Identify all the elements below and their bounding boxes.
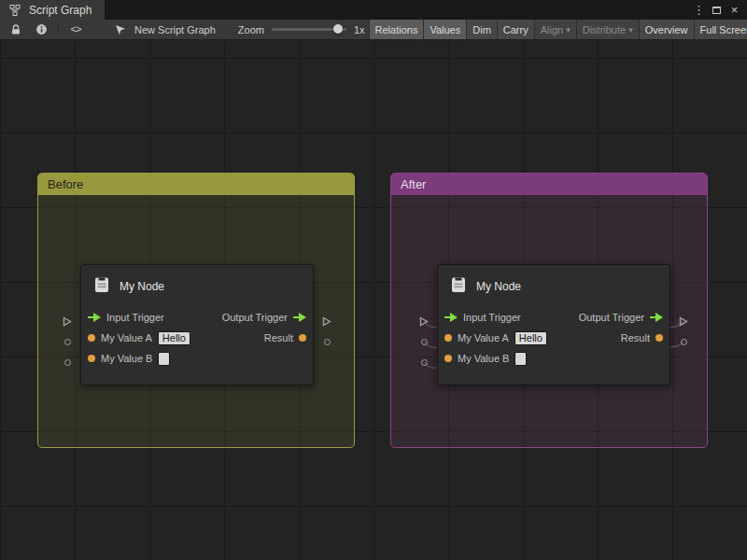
node-icon bbox=[449, 275, 468, 298]
trigger-arrow-icon[interactable] bbox=[444, 309, 458, 326]
value-b-input[interactable] bbox=[158, 352, 170, 366]
align-label: Align bbox=[541, 24, 563, 35]
dim-button[interactable]: Dim bbox=[466, 20, 497, 40]
node-title: My Node bbox=[476, 280, 521, 293]
maximize-glyph bbox=[712, 7, 721, 14]
port-label: My Value A bbox=[458, 332, 509, 343]
graph-output-value-port[interactable] bbox=[322, 337, 331, 347]
zoom-control: Zoom 1x bbox=[238, 24, 365, 35]
port-ring bbox=[324, 339, 331, 345]
toolbar-left-icons: <> bbox=[0, 21, 84, 38]
code-view-icon[interactable]: <> bbox=[67, 21, 84, 38]
node-wrap-after: My Node Input Trigger Output Trigger bbox=[437, 264, 670, 385]
window-controls: ⋮ × bbox=[691, 0, 747, 20]
port-ring bbox=[681, 339, 687, 345]
tab-title: Script Graph bbox=[29, 4, 92, 17]
overview-button[interactable]: Overview bbox=[639, 20, 694, 40]
trigger-arrow-icon[interactable] bbox=[650, 309, 663, 326]
port-label: Result bbox=[264, 332, 293, 343]
close-icon[interactable]: × bbox=[726, 2, 742, 18]
distribute-label: Distribute bbox=[583, 24, 626, 35]
value-port-icon[interactable] bbox=[88, 334, 95, 342]
tab-bar: Script Graph ⋮ × bbox=[0, 0, 747, 20]
chevron-down-icon: ▾ bbox=[628, 25, 633, 35]
group-after-header[interactable]: After bbox=[391, 174, 707, 195]
value-b-input[interactable] bbox=[514, 352, 527, 366]
graph-pointer-icon bbox=[112, 21, 129, 38]
value-port-icon[interactable] bbox=[299, 334, 306, 342]
port-label: Output Trigger bbox=[579, 312, 644, 323]
graph-input-value-port[interactable] bbox=[419, 337, 429, 347]
value-a-input[interactable]: Hello bbox=[514, 331, 547, 345]
graph-output-value-port[interactable] bbox=[679, 337, 688, 347]
chevron-down-icon: ▾ bbox=[566, 25, 571, 35]
graph-input-value-port[interactable] bbox=[63, 337, 72, 347]
graph-input-trigger-port[interactable] bbox=[419, 316, 429, 327]
node-title: My Node bbox=[120, 280, 164, 293]
align-dropdown: Align ▾ bbox=[534, 20, 576, 40]
group-before[interactable]: Before bbox=[37, 173, 355, 448]
value-a-input[interactable]: Hello bbox=[158, 331, 190, 345]
lock-icon[interactable] bbox=[7, 21, 24, 38]
port-ring bbox=[64, 339, 71, 345]
zoom-slider[interactable] bbox=[272, 28, 346, 31]
node-row-value-b: My Value B bbox=[81, 348, 313, 369]
port-label: My Value B bbox=[458, 353, 509, 364]
values-button[interactable]: Values bbox=[423, 20, 466, 40]
zoom-label: Zoom bbox=[238, 24, 264, 35]
node-my-node[interactable]: My Node Input Trigger Output Trigger bbox=[437, 264, 670, 385]
node-row-value-a: My Value A Hello Result bbox=[81, 328, 313, 348]
value-port-icon[interactable] bbox=[88, 355, 95, 362]
toolbar-separator bbox=[58, 23, 59, 35]
graph-name-label: New Script Graph bbox=[134, 24, 216, 35]
node-header: My Node bbox=[81, 265, 313, 307]
value-port-icon[interactable] bbox=[655, 334, 663, 342]
script-graph-icon bbox=[7, 2, 23, 19]
graph-toolbar: <> New Script Graph Zoom 1x Relations Va… bbox=[0, 20, 747, 40]
node-my-node[interactable]: My Node Input Trigger Output Trigger bbox=[80, 264, 314, 385]
port-label: Input Trigger bbox=[463, 312, 521, 323]
node-row-trigger: Input Trigger Output Trigger bbox=[81, 307, 313, 328]
port-ring bbox=[421, 339, 428, 345]
port-label: Result bbox=[621, 332, 650, 343]
node-wrap-before: My Node Input Trigger Output Trigger bbox=[80, 264, 314, 385]
graph-output-trigger-port[interactable] bbox=[322, 316, 331, 327]
zoom-slider-knob[interactable] bbox=[333, 24, 343, 34]
port-label: My Value A bbox=[101, 332, 152, 343]
distribute-dropdown: Distribute ▾ bbox=[576, 20, 639, 40]
relations-button[interactable]: Relations bbox=[369, 20, 424, 40]
group-after[interactable]: After bbox=[390, 173, 708, 448]
value-port-icon[interactable] bbox=[444, 334, 452, 342]
node-row-value-a: My Value A Hello Result bbox=[438, 328, 669, 348]
graph-breadcrumb[interactable]: New Script Graph bbox=[112, 21, 216, 38]
trigger-arrow-icon[interactable] bbox=[293, 309, 306, 326]
port-label: Input Trigger bbox=[106, 312, 164, 323]
node-row-trigger: Input Trigger Output Trigger bbox=[438, 307, 669, 328]
port-ring bbox=[64, 359, 71, 366]
zoom-value: 1x bbox=[354, 24, 365, 35]
info-icon[interactable] bbox=[33, 21, 49, 38]
graph-input-value-port[interactable] bbox=[63, 357, 72, 368]
carry-button[interactable]: Carry bbox=[497, 20, 534, 40]
graph-output-trigger-port[interactable] bbox=[679, 316, 688, 327]
graph-canvas[interactable]: Before bbox=[0, 40, 747, 560]
value-port-icon[interactable] bbox=[444, 355, 452, 362]
toolbar-buttons: Relations Values Dim Carry Align ▾ Distr… bbox=[369, 20, 747, 40]
node-row-value-b: My Value B bbox=[438, 348, 669, 369]
port-label: Output Trigger bbox=[222, 312, 288, 323]
node-icon bbox=[92, 275, 111, 298]
maximize-icon[interactable] bbox=[709, 2, 725, 18]
fullscreen-button[interactable]: Full Screen bbox=[694, 20, 747, 40]
group-before-header[interactable]: Before bbox=[38, 174, 354, 195]
node-header: My Node bbox=[438, 265, 669, 307]
trigger-arrow-icon[interactable] bbox=[88, 309, 101, 326]
tab-script-graph[interactable]: Script Graph bbox=[0, 0, 105, 20]
graph-input-trigger-port[interactable] bbox=[63, 316, 72, 327]
window-menu-icon[interactable]: ⋮ bbox=[691, 2, 707, 18]
port-ring bbox=[421, 359, 428, 366]
port-label: My Value B bbox=[101, 353, 152, 364]
graph-input-value-port[interactable] bbox=[419, 357, 429, 368]
